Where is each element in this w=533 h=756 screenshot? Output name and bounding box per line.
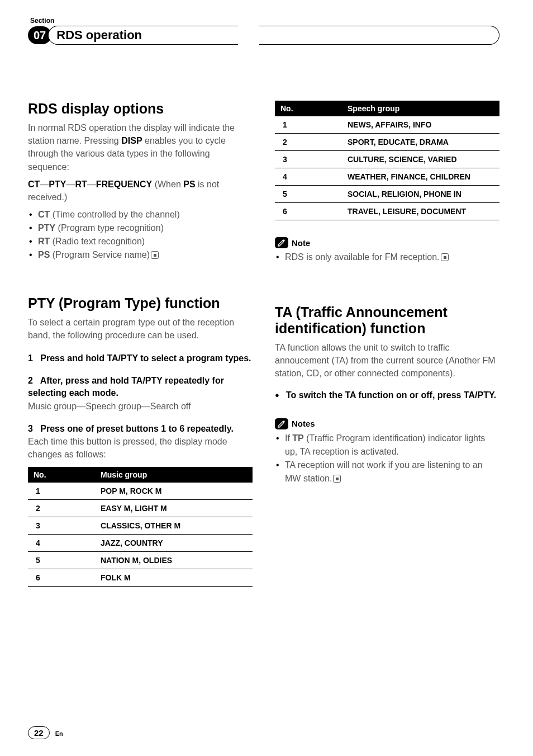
note-heading: Note (275, 237, 499, 248)
step-text: Press one of preset buttons 1 to 6 repea… (40, 424, 234, 433)
bold: PS (38, 250, 50, 259)
cell: 2 (275, 134, 342, 151)
notes-list: If TP (Traffic Program identification) i… (275, 432, 499, 485)
ta-action: To switch the TA function on or off, pre… (275, 389, 499, 401)
text: (When (152, 179, 183, 189)
cell: 6 (28, 569, 95, 586)
cell: NATION M, OLDIES (95, 551, 253, 569)
text: If (285, 433, 292, 443)
table-row: 5NATION M, OLDIES (28, 551, 253, 569)
heading-rds-display-options: RDS display options (28, 101, 253, 117)
cell: 3 (28, 517, 95, 534)
speech-group-table: No. Speech group 1NEWS, AFFAIRS, INFO 2S… (275, 101, 499, 220)
bold: TP (292, 433, 303, 443)
text: RDS is only available for FM reception. (285, 252, 440, 262)
table-row: 6TRAVEL, LEISURE, DOCUMENT (275, 203, 499, 220)
bold: CT (38, 210, 50, 219)
cell: NEWS, AFFAIRS, INFO (342, 116, 499, 134)
list-item: RDS is only available for FM reception. (275, 251, 499, 264)
page-title-text: RDS operation (56, 28, 142, 42)
cell: CULTURE, SCIENCE, VARIED (342, 151, 499, 168)
music-group-table: No. Music group 1POP M, ROCK M 2EASY M, … (28, 467, 253, 587)
list-item: RT (Radio text recognition) (28, 235, 253, 248)
cell: TRAVEL, LEISURE, DOCUMENT (342, 203, 499, 220)
text: (Radio text recognition) (50, 237, 145, 246)
page-footer: 22 En (28, 726, 63, 739)
header-cap-right (259, 26, 499, 45)
right-column: No. Speech group 1NEWS, AFFAIRS, INFO 2S… (275, 101, 499, 587)
list-item: TA reception will not work if you are li… (275, 459, 499, 485)
table-row: 1POP M, ROCK M (28, 483, 253, 500)
cell: EASY M, LIGHT M (95, 499, 253, 517)
table-row: 5SOCIAL, RELIGION, PHONE IN (275, 186, 499, 203)
table-row: 2SPORT, EDUCATE, DRAMA (275, 134, 499, 151)
cell: 1 (275, 116, 342, 134)
col-no: No. (275, 101, 342, 116)
step-3: 3 Press one of preset buttons 1 to 6 rep… (28, 423, 253, 435)
cell: 1 (28, 483, 95, 500)
step-number: 2 (28, 376, 33, 385)
text: (Traffic Program identification) indicat… (285, 433, 485, 456)
rds-bullet-list: CT (Time controlled by the channel) PTY … (28, 208, 253, 262)
cell: SOCIAL, RELIGION, PHONE IN (342, 186, 499, 203)
text: TA reception will not work if you are li… (285, 460, 483, 483)
page-number: 22 (28, 726, 50, 739)
table-row: 6FOLK M (28, 569, 253, 586)
bold: RT (38, 237, 50, 246)
cell: 4 (28, 534, 95, 551)
end-mark-icon (441, 253, 449, 261)
list-item: CT (Time controlled by the channel) (28, 208, 253, 221)
notes-heading: Notes (275, 418, 499, 429)
step-text: Press and hold TA/PTY to select a progra… (40, 353, 251, 363)
pty-intro: To select a certain program type out of … (28, 316, 253, 342)
cell: WEATHER, FINANCE, CHILDREN (342, 168, 499, 186)
step-2-body: Music group—Speech group—Search off (28, 400, 253, 413)
col-speech-group: Speech group (342, 101, 499, 116)
note-label: Note (292, 238, 310, 248)
table-row: 2EASY M, LIGHT M (28, 499, 253, 517)
table-row: 3CLASSICS, OTHER M (28, 517, 253, 534)
list-item: PTY (Program type recognition) (28, 221, 253, 235)
rds-sequence: CT—PTY—RT—FREQUENCY (When PS is not rece… (28, 178, 253, 204)
list-item: PS (Program Service name) (28, 248, 253, 262)
table-header-row: No. Speech group (275, 101, 499, 116)
notes-label: Notes (292, 419, 315, 428)
section-label: Section (30, 17, 499, 25)
step-number: 3 (28, 424, 33, 433)
seq-ps: PS (183, 179, 195, 189)
text: (Time controlled by the channel) (50, 210, 179, 219)
page-title: RDS operation (48, 26, 238, 45)
page-header: 07 RDS operation (28, 26, 499, 45)
cell: SPORT, EDUCATE, DRAMA (342, 134, 499, 151)
cell: 4 (275, 168, 342, 186)
cell: 2 (28, 499, 95, 517)
text: (Program Service name) (50, 250, 150, 259)
table-row: 4JAZZ, COUNTRY (28, 534, 253, 551)
seq-rt: RT (75, 179, 87, 189)
text: (Program type recognition) (55, 223, 164, 233)
step-text: After, press and hold TA/PTY repeatedly … (28, 376, 224, 398)
step-1: 1 Press and hold TA/PTY to select a prog… (28, 352, 253, 365)
language-label: En (55, 730, 63, 737)
seq-pty: PTY (49, 179, 66, 189)
list-item: If TP (Traffic Program identification) i… (275, 432, 499, 459)
rds-intro: In normal RDS operation the display will… (28, 121, 253, 173)
end-mark-icon (151, 251, 159, 259)
cell: CLASSICS, OTHER M (95, 517, 253, 534)
step-3-body: Each time this button is pressed, the di… (28, 435, 253, 461)
left-column: RDS display options In normal RDS operat… (28, 101, 253, 587)
seq-freq: FREQUENCY (96, 179, 152, 189)
cell: 5 (28, 551, 95, 569)
note-list: RDS is only available for FM reception. (275, 251, 499, 264)
cell: 5 (275, 186, 342, 203)
end-mark-icon (333, 475, 341, 483)
cell: 3 (275, 151, 342, 168)
table-row: 1NEWS, AFFAIRS, INFO (275, 116, 499, 134)
ta-intro: TA function allows the unit to switch to… (275, 341, 499, 380)
table-row: 3CULTURE, SCIENCE, VARIED (275, 151, 499, 168)
heading-pty-function: PTY (Program Type) function (28, 295, 253, 311)
step-number: 1 (28, 353, 33, 363)
cell: JAZZ, COUNTRY (95, 534, 253, 551)
cell: POP M, ROCK M (95, 483, 253, 500)
pencil-icon (275, 237, 288, 248)
